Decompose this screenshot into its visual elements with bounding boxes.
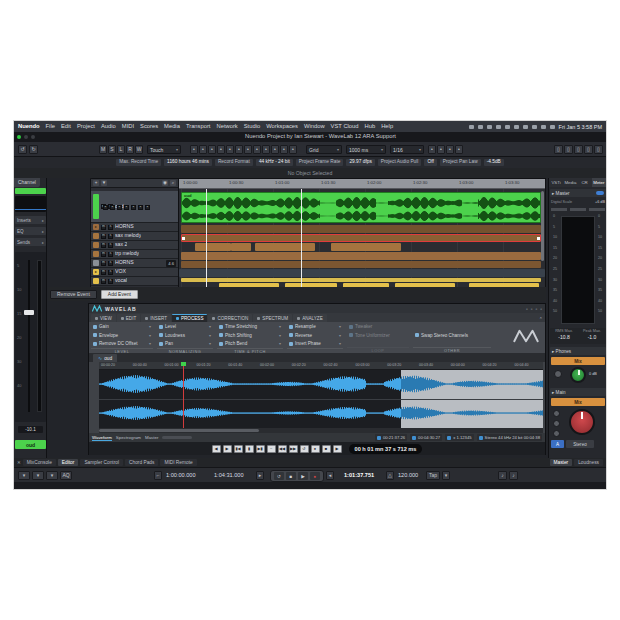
object-select-icon[interactable]: • — [190, 145, 198, 154]
zoom-window-button[interactable] — [17, 135, 21, 139]
audio-event-sax2-0[interactable] — [195, 243, 231, 251]
track-row-horns-1[interactable]: ▸msHORNS — [91, 223, 178, 232]
keyboard-icon[interactable] — [532, 125, 537, 129]
close-lower-zone-icon[interactable]: ✕ — [17, 460, 21, 465]
file-tab-oud[interactable]: ∿oud — [93, 354, 117, 362]
mute-button[interactable]: m — [101, 225, 106, 230]
wavelab-transport-button-3[interactable]: ▮ — [245, 445, 254, 453]
global-r-button[interactable]: R — [126, 145, 134, 154]
right-tab-cr[interactable]: CR — [578, 178, 592, 187]
record-enable-icon[interactable]: ▪ — [103, 205, 108, 210]
glue-icon[interactable]: • — [217, 145, 225, 154]
ribbon-item-swap-stereo-channels[interactable]: Swap Stereo Channels — [413, 331, 491, 339]
lower-zone-icon[interactable]: ▯ — [564, 145, 573, 154]
main-header[interactable]: ▸ Main — [550, 388, 606, 396]
wavelab-view-tab-waveform[interactable]: Waveform — [92, 435, 112, 441]
right-tab-media[interactable]: Media — [563, 178, 577, 187]
ribbon-item-pan[interactable]: Pan▾ — [157, 340, 213, 348]
audio-event-sax2-3[interactable] — [331, 243, 401, 251]
audio-event-horns-2[interactable] — [181, 261, 541, 268]
lock-icon[interactable]: ▪ — [138, 205, 143, 210]
color-icon[interactable]: • — [289, 145, 297, 154]
markers-icon[interactable]: • — [437, 145, 445, 154]
metronome-icon[interactable]: ♪ — [498, 471, 507, 480]
play-icon[interactable]: • — [280, 145, 288, 154]
play-icon[interactable]: ▶ — [298, 472, 308, 480]
meter-active-toggle[interactable] — [596, 191, 604, 195]
wavelab-transport-button-10[interactable]: ■ — [322, 445, 331, 453]
mute-button[interactable]: m — [101, 279, 106, 284]
ref-knob[interactable] — [553, 430, 560, 437]
wavelab-tab-insert[interactable]: INSERT — [141, 314, 171, 322]
zoom-icon[interactable]: ⌕ — [170, 180, 176, 186]
wavelab-transport-button-9[interactable]: ● — [311, 445, 320, 453]
fader-handle[interactable] — [24, 310, 34, 315]
arrange-area[interactable]: 1:00:001:00:301:01:001:01:301:02:001:02:… — [178, 178, 546, 293]
collapse-icon[interactable]: ▫ — [540, 306, 542, 312]
wavelab-ruler[interactable]: 00:00:2000:00:4000:01:0000:01:2000:01:40… — [99, 362, 543, 370]
monitor-icon[interactable]: ▪ — [110, 205, 115, 210]
add-track-icon[interactable]: + — [93, 180, 99, 186]
sync-icon[interactable]: ♪ — [509, 471, 518, 480]
right-zone-icon[interactable]: ▯ — [574, 145, 583, 154]
menu-item-edit[interactable]: Edit — [61, 124, 71, 130]
chevron-down-icon[interactable]: ▾ — [442, 471, 450, 480]
ribbon-item-invert-phase[interactable]: Invert Phase▾ — [287, 340, 343, 348]
mute-button[interactable]: m — [101, 261, 106, 266]
mute-button[interactable]: m — [101, 252, 106, 257]
phones-mix-bar[interactable]: Mix — [551, 357, 605, 365]
menu-item-hub[interactable]: Hub — [365, 124, 376, 130]
ribbon-item-loudness[interactable]: Loudness▾ — [157, 332, 213, 340]
global-w-button[interactable]: W — [135, 145, 143, 154]
wavelab-zoom-slider[interactable] — [162, 436, 192, 439]
wavelab-transport-button-6[interactable]: ◀◀ — [278, 445, 287, 453]
track-row-vox-6[interactable]: ▸msVOX — [91, 268, 178, 277]
right-bottom-tab-loudness[interactable]: Loudness — [574, 459, 603, 466]
mute-button[interactable]: m — [101, 234, 106, 239]
line-icon[interactable]: • — [271, 145, 279, 154]
channel-section-eq[interactable]: EQ▸ — [15, 227, 46, 235]
grid-type-select[interactable]: Grid▾ — [306, 145, 342, 154]
edit-channel-icon[interactable]: ▪ — [145, 205, 150, 210]
info-value-max-record-time[interactable]: 1160 hours 46 mins — [164, 159, 212, 166]
wavelab-transport-button-0[interactable]: ◀ — [212, 445, 221, 453]
ribbon-item-envelope[interactable]: Envelope▾ — [91, 332, 153, 340]
display-icon[interactable] — [541, 125, 546, 129]
ribbon-item-remove-dc-offset[interactable]: Remove DC Offset▾ — [91, 340, 153, 348]
menu-item-scores[interactable]: Scores — [140, 124, 158, 130]
range-select-icon[interactable]: • — [199, 145, 207, 154]
racks-icon[interactable]: ▯ — [584, 145, 593, 154]
wavelab-view-tab-spectrogram[interactable]: Spectrogram — [116, 435, 141, 440]
wavelab-tab-view[interactable]: VIEW — [91, 314, 116, 322]
split-icon[interactable]: • — [208, 145, 216, 154]
battery-icon[interactable] — [496, 125, 501, 129]
menu-item-file[interactable]: File — [46, 124, 55, 130]
channel-section-inserts[interactable]: Inserts▸ — [15, 216, 46, 224]
audio-event-oud[interactable]: oud — [181, 192, 541, 223]
wavelab-transport-button-4[interactable]: ▶▮ — [256, 445, 265, 453]
menu-item-transport[interactable]: Transport — [186, 124, 211, 130]
track-row-sax-2-3[interactable]: mssax 2 — [91, 241, 178, 250]
left-locator-icon[interactable]: ⌐ — [154, 471, 162, 480]
phones-level-knob[interactable] — [570, 367, 586, 383]
right-tab-vsti[interactable]: VSTi — [549, 178, 563, 187]
undo-icon[interactable]: ↺ — [18, 145, 27, 154]
dim-knob[interactable] — [553, 420, 560, 427]
ribbon-item-reverse[interactable]: Reverse▾ — [287, 332, 343, 340]
info-value-project-pan-law[interactable]: -4.5dB — [484, 159, 504, 166]
bluetooth-icon[interactable] — [514, 125, 519, 129]
add-event-button[interactable]: Add Event — [101, 290, 138, 299]
mute-icon[interactable]: • — [244, 145, 252, 154]
ribbon-item-pitch-shifting[interactable]: Pitch Shifting▾ — [217, 332, 283, 340]
wavelab-h-thumb[interactable] — [99, 429, 259, 432]
arrange-v-scrollbar[interactable] — [541, 191, 544, 261]
wavelab-transport-button-7[interactable]: ▶▶ — [289, 445, 298, 453]
audio-event-sax2-2[interactable] — [255, 243, 315, 251]
spotlight-icon[interactable] — [478, 125, 483, 129]
filter-icon[interactable]: ▼ — [101, 180, 107, 186]
left-locator-value[interactable]: 1:00:00.000 — [166, 473, 196, 479]
menu-item-audio[interactable]: Audio — [101, 124, 116, 130]
menu-item-nuendo[interactable]: Nuendo — [18, 124, 40, 130]
pin-icon[interactable]: ▫ — [531, 306, 533, 312]
audio-event-trp-melody[interactable] — [181, 252, 541, 260]
